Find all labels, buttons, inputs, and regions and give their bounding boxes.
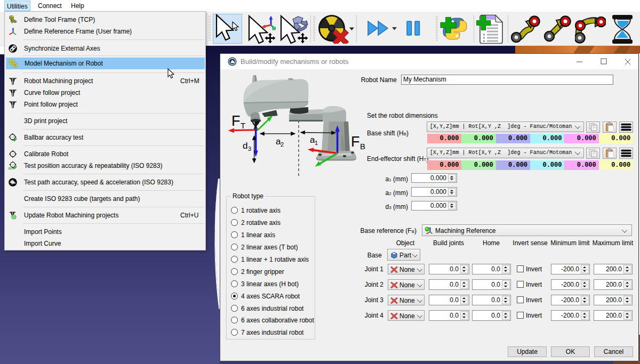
svg-text:ISO: ISO [9, 167, 14, 170]
svg-text:2: 2 [281, 141, 284, 148]
svg-text:B: B [360, 142, 365, 151]
svg-text:T: T [241, 121, 245, 130]
svg-text:F: F [351, 134, 360, 150]
svg-text:d: d [243, 141, 247, 151]
svg-text:F: F [231, 113, 241, 129]
svg-text:3: 3 [248, 145, 251, 152]
svg-text:1: 1 [315, 140, 318, 146]
